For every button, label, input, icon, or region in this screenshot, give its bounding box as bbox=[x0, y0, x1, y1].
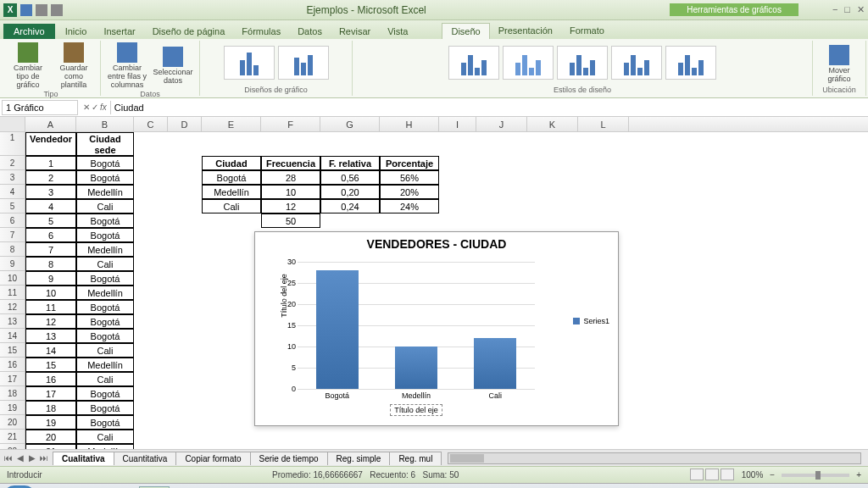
maximize-button[interactable]: □ bbox=[844, 4, 850, 15]
column-header[interactable]: D bbox=[168, 117, 202, 131]
row-header[interactable]: 11 bbox=[0, 286, 25, 300]
cell[interactable]: 12 bbox=[261, 199, 320, 214]
tab-chart-diseno[interactable]: Diseño bbox=[442, 23, 489, 39]
cell[interactable]: 21 bbox=[25, 444, 76, 449]
row-header[interactable]: 4 bbox=[0, 185, 25, 199]
cell[interactable]: 7 bbox=[25, 242, 76, 257]
chart-bar[interactable] bbox=[395, 347, 437, 389]
column-header[interactable]: A bbox=[25, 117, 76, 131]
cell[interactable]: Medellín bbox=[76, 286, 134, 300]
row-header[interactable]: 6 bbox=[0, 214, 25, 228]
row-header[interactable]: 3 bbox=[0, 170, 25, 185]
redo-icon[interactable] bbox=[51, 4, 63, 16]
cell[interactable]: 5 bbox=[25, 214, 76, 228]
cell[interactable]: 15 bbox=[25, 358, 76, 372]
cell[interactable]: Ciudad bbox=[202, 156, 261, 170]
chart-layout-thumb[interactable] bbox=[278, 46, 329, 80]
column-header[interactable]: H bbox=[380, 117, 439, 131]
tab-revisar[interactable]: Revisar bbox=[331, 24, 379, 39]
cell[interactable]: 2 bbox=[25, 170, 76, 185]
column-header[interactable]: L bbox=[578, 117, 629, 131]
cell[interactable]: Bogotá bbox=[76, 415, 134, 430]
cell[interactable]: 28 bbox=[261, 170, 320, 185]
minimize-button[interactable]: − bbox=[832, 4, 837, 15]
change-chart-type-button[interactable]: Cambiar tipo de gráfico bbox=[7, 42, 49, 90]
row-header[interactable]: 16 bbox=[0, 358, 25, 372]
sheet-nav-next-icon[interactable]: ▶ bbox=[27, 453, 37, 463]
cell[interactable]: 13 bbox=[25, 329, 76, 343]
tab-chart-presentacion[interactable]: Presentación bbox=[490, 23, 561, 39]
column-header[interactable]: E bbox=[202, 117, 261, 131]
formula-input[interactable]: Ciudad bbox=[110, 101, 868, 114]
cell[interactable]: 3 bbox=[25, 185, 76, 199]
view-buttons[interactable] bbox=[689, 469, 735, 482]
cell[interactable]: Vendedor bbox=[25, 132, 76, 156]
cell[interactable]: Cali bbox=[76, 257, 134, 271]
chart-bar[interactable] bbox=[474, 338, 516, 389]
close-button[interactable]: ✕ bbox=[857, 4, 865, 15]
row-header[interactable]: 5 bbox=[0, 199, 25, 214]
row-header[interactable]: 14 bbox=[0, 329, 25, 343]
sheet-tab[interactable]: Copiar formato bbox=[175, 452, 250, 465]
enter-icon[interactable]: ✓ bbox=[92, 103, 98, 112]
move-chart-button[interactable]: Mover gráfico bbox=[818, 45, 860, 84]
cell[interactable]: Medellín bbox=[76, 444, 134, 449]
zoom-out-icon[interactable]: − bbox=[770, 470, 775, 480]
chart-object[interactable]: VENDEDORES - CIUDAD Título del eje 05101… bbox=[254, 231, 619, 426]
row-header[interactable]: 2 bbox=[0, 156, 25, 170]
row-header[interactable]: 10 bbox=[0, 271, 25, 286]
cell[interactable]: 10 bbox=[25, 286, 76, 300]
row-header[interactable]: 7 bbox=[0, 228, 25, 242]
save-icon[interactable] bbox=[20, 4, 32, 16]
column-header[interactable]: C bbox=[134, 117, 168, 131]
zoom-in-icon[interactable]: + bbox=[856, 470, 861, 480]
fx-icon[interactable]: fx bbox=[100, 103, 107, 112]
column-header[interactable]: K bbox=[527, 117, 578, 131]
row-header[interactable]: 21 bbox=[0, 430, 25, 444]
row-header[interactable]: 13 bbox=[0, 314, 25, 329]
cell[interactable]: Medellín bbox=[76, 242, 134, 257]
cell[interactable]: 0,20 bbox=[320, 185, 380, 199]
tab-insertar[interactable]: Insertar bbox=[95, 24, 143, 39]
cell[interactable]: Bogotá bbox=[76, 329, 134, 343]
zoom-slider[interactable] bbox=[782, 474, 849, 477]
sheet-tab[interactable]: Cuantitativa bbox=[114, 452, 177, 465]
cell[interactable]: Bogotá bbox=[76, 300, 134, 314]
cell[interactable]: 11 bbox=[25, 300, 76, 314]
cell[interactable]: Bogotá bbox=[76, 271, 134, 286]
column-header[interactable]: I bbox=[439, 117, 476, 131]
cell[interactable]: Medellín bbox=[76, 358, 134, 372]
file-tab[interactable]: Archivo bbox=[3, 24, 55, 39]
cancel-icon[interactable]: ✕ bbox=[83, 103, 90, 112]
column-header[interactable]: B bbox=[76, 117, 134, 131]
cell[interactable]: Cali bbox=[76, 199, 134, 214]
cell[interactable]: 20 bbox=[25, 430, 76, 444]
cell[interactable]: Bogotá bbox=[76, 228, 134, 242]
cell[interactable]: Bogotá bbox=[76, 386, 134, 401]
cell[interactable]: 18 bbox=[25, 401, 76, 415]
chart-style-thumb[interactable] bbox=[611, 46, 662, 80]
tab-inicio[interactable]: Inicio bbox=[57, 24, 96, 39]
chart-layout-thumb[interactable] bbox=[224, 46, 275, 80]
chart-style-thumb[interactable] bbox=[448, 46, 499, 80]
cell[interactable]: Bogotá bbox=[76, 156, 134, 170]
tab-chart-formato[interactable]: Formato bbox=[561, 23, 613, 39]
sheet-nav-prev-icon[interactable]: ◀ bbox=[15, 453, 25, 463]
undo-icon[interactable] bbox=[36, 4, 47, 16]
cell[interactable]: Cali bbox=[76, 430, 134, 444]
cell[interactable]: Cali bbox=[76, 343, 134, 358]
column-header[interactable]: J bbox=[476, 117, 527, 131]
cell[interactable]: 20% bbox=[380, 185, 439, 199]
cell[interactable]: Medellín bbox=[76, 185, 134, 199]
chart-style-thumb[interactable] bbox=[503, 46, 554, 80]
cell[interactable]: 19 bbox=[25, 415, 76, 430]
cell[interactable]: Medellín bbox=[202, 185, 261, 199]
chart-bar[interactable] bbox=[316, 270, 359, 389]
tab-diseno-pagina[interactable]: Diseño de página bbox=[144, 24, 234, 39]
cell[interactable]: 10 bbox=[261, 185, 320, 199]
start-button-icon[interactable] bbox=[3, 485, 36, 489]
save-as-template-button[interactable]: Guardar como plantilla bbox=[53, 42, 95, 90]
sheet-nav-first-icon[interactable]: ⏮ bbox=[3, 453, 14, 463]
cell[interactable]: 0,56 bbox=[320, 170, 380, 185]
row-header[interactable]: 1 bbox=[0, 132, 25, 156]
